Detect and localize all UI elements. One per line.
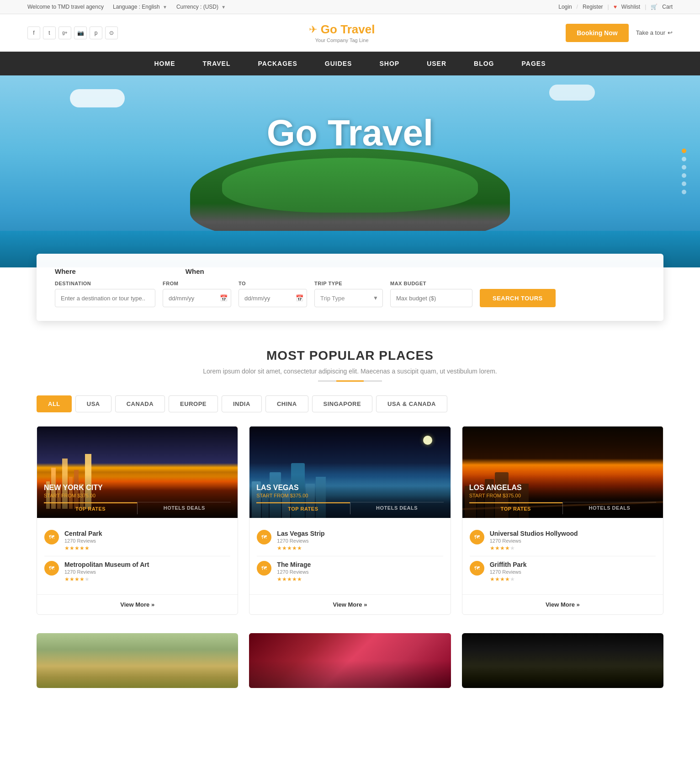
nyc-hotels-tab[interactable]: HOTELS DEALS: [138, 502, 231, 514]
la-reviews-1: 1270 Reviews: [490, 538, 656, 544]
destination-input[interactable]: [55, 289, 155, 307]
currency-selector[interactable]: Currency : (USD) ▼: [176, 4, 226, 10]
vegas-view-more[interactable]: View More »: [249, 594, 450, 614]
top-bar-right: Login / Register | ♥ Wishlist | 🛒 Cart: [558, 4, 673, 10]
logo-text: Go Travel: [321, 22, 375, 37]
nyc-dot-2: 🗺: [44, 561, 59, 576]
logo-plane-icon: ✈: [309, 24, 317, 36]
search-button[interactable]: SEARCH TOURS: [480, 289, 556, 307]
logo-tagline: Your Company Tag Line: [315, 37, 369, 43]
welcome-text: Welcome to TMD travel agency: [27, 4, 104, 10]
hero-dot-6[interactable]: [682, 190, 686, 194]
take-tour-link[interactable]: Take a tour ↩: [636, 29, 673, 36]
search-box: Where When DESTINATION FROM 📅 TO 📅 TRIP …: [37, 254, 663, 321]
wishlist-link[interactable]: Wishlist: [621, 4, 640, 10]
nav-home[interactable]: HOME: [141, 52, 189, 75]
preview-card-1[interactable]: [37, 633, 238, 688]
instagram-icon[interactable]: 📷: [74, 27, 87, 39]
login-link[interactable]: Login: [558, 4, 572, 10]
vegas-attraction-2: 🗺 The Mirage 1270 Reviews ★★★★★: [257, 556, 443, 587]
bottom-preview: [0, 633, 700, 706]
la-hotels-tab[interactable]: HOTELS DEALS: [563, 502, 656, 514]
nyc-stars-1: ★★★★★: [64, 545, 230, 551]
navigation: HOME TRAVEL PACKAGES GUIDES SHOP USER BL…: [0, 52, 700, 75]
la-attraction-1: 🗺 Universal Studios Hollywood 1270 Revie…: [470, 525, 656, 556]
nyc-overlay: NEW YORK CITY START FROM $375.00 TOP RAT…: [37, 475, 238, 518]
nyc-view-more[interactable]: View More »: [37, 594, 238, 614]
filter-singapore[interactable]: SINGAPORE: [312, 395, 373, 412]
nav-pages[interactable]: PAGES: [508, 52, 560, 75]
la-stars-1: ★★★★★: [490, 545, 656, 551]
budget-input[interactable]: [390, 289, 472, 307]
hero-dot-4[interactable]: [682, 173, 686, 178]
section-subtitle: Lorem ipsum dolor sit amet, consectetur …: [37, 368, 663, 375]
filter-china[interactable]: CHINA: [265, 395, 308, 412]
filter-usa-canada[interactable]: USA & CANADA: [376, 395, 447, 412]
from-date-wrapper: 📅: [163, 289, 231, 307]
booking-button[interactable]: Booking Now: [566, 24, 628, 42]
la-top-rates-tab[interactable]: TOP RATES: [469, 502, 562, 514]
preview-card-2[interactable]: [249, 633, 451, 688]
header-right: Booking Now Take a tour ↩: [566, 24, 673, 42]
filter-tabs: ALL USA CANADA EUROPE INDIA CHINA SINGAP…: [37, 395, 663, 412]
facebook-icon[interactable]: f: [27, 27, 40, 39]
filter-europe[interactable]: EUROPE: [169, 395, 218, 412]
divider-left: [318, 380, 336, 382]
cloud-1: [70, 89, 125, 107]
hero-dot-3[interactable]: [682, 165, 686, 170]
divider-center: [336, 380, 364, 382]
language-selector[interactable]: Language : English ▼: [113, 4, 167, 10]
logo-travel: Travel: [340, 22, 375, 36]
hero-dot-1[interactable]: [682, 149, 686, 153]
nyc-city-name: NEW YORK CITY: [44, 484, 231, 492]
pinterest-icon[interactable]: p: [90, 27, 102, 39]
hero-dot-5[interactable]: [682, 181, 686, 186]
nav-blog[interactable]: BLOG: [460, 52, 508, 75]
nyc-card-body: 🗺 Central Park 1270 Reviews ★★★★★ 🗺 Metr…: [37, 518, 238, 594]
twitter-icon[interactable]: t: [43, 27, 56, 39]
google-plus-icon[interactable]: g+: [58, 27, 71, 39]
preview-card-3[interactable]: [462, 633, 663, 688]
filter-usa[interactable]: USA: [75, 395, 111, 412]
la-image: LOS ANGELAS START FROM $375.00 TOP RATES…: [462, 427, 663, 518]
other-icon[interactable]: ⊙: [105, 27, 118, 39]
la-dot-2: 🗺: [470, 561, 484, 576]
nyc-stars-2: ★★★★★: [64, 576, 230, 582]
filter-all[interactable]: ALL: [37, 395, 72, 412]
vegas-price: START FROM $375.00: [256, 493, 443, 498]
trip-type-label: TRIP TYPE: [314, 281, 383, 286]
divider-wrapper: [37, 380, 663, 382]
nyc-attraction-name-2: Metropolitan Museum of Art: [64, 561, 230, 568]
search-fields: DESTINATION FROM 📅 TO 📅 TRIP TYPE Trip T…: [55, 281, 645, 307]
cart-link[interactable]: Cart: [662, 4, 673, 10]
filter-canada[interactable]: CANADA: [115, 395, 165, 412]
nav-packages[interactable]: PACKAGES: [244, 52, 311, 75]
nyc-card-tabs: TOP RATES HOTELS DEALS: [44, 502, 231, 514]
cloud-2: [549, 85, 595, 101]
vegas-reviews-2: 1270 Reviews: [277, 569, 443, 575]
register-link[interactable]: Register: [583, 4, 603, 10]
vegas-stars-1: ★★★★★: [277, 545, 443, 551]
vegas-reviews-1: 1270 Reviews: [277, 538, 443, 544]
filter-india[interactable]: INDIA: [222, 395, 262, 412]
la-view-more[interactable]: View More »: [462, 594, 663, 614]
nav-travel[interactable]: TRAVEL: [189, 52, 244, 75]
separator-2: |: [608, 4, 609, 10]
nav-user[interactable]: USER: [413, 52, 460, 75]
hero-dots: [682, 149, 686, 194]
vegas-top-rates-tab[interactable]: TOP RATES: [256, 502, 350, 514]
nav-shop[interactable]: SHOP: [366, 52, 413, 75]
trip-type-wrapper: Trip Type Adventure Cultural Beach ▼: [314, 289, 383, 307]
where-label: Where: [55, 267, 76, 275]
nav-guides[interactable]: GUIDES: [311, 52, 366, 75]
vegas-hotels-tab[interactable]: HOTELS DEALS: [350, 502, 444, 514]
la-overlay: LOS ANGELAS START FROM $375.00 TOP RATES…: [462, 475, 663, 518]
place-card-vegas: LAS VEGAS START FROM $375.00 TOP RATES H…: [249, 426, 451, 615]
hero-dot-2[interactable]: [682, 157, 686, 161]
nyc-top-rates-tab[interactable]: TOP RATES: [44, 502, 137, 514]
la-dot-1: 🗺: [470, 530, 484, 544]
trip-type-select[interactable]: Trip Type Adventure Cultural Beach: [314, 289, 383, 307]
la-reviews-2: 1270 Reviews: [490, 569, 656, 575]
places-grid: NEW YORK CITY START FROM $375.00 TOP RAT…: [37, 426, 663, 615]
budget-label: MAX BUDGET: [390, 281, 472, 286]
